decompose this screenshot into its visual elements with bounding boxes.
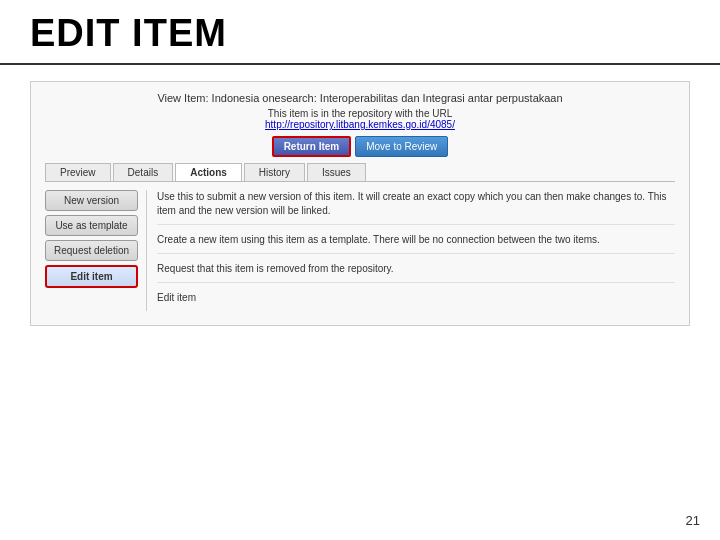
use-as-template-button[interactable]: Use as template [45, 215, 138, 236]
item-url-link[interactable]: http://repository.litbang.kemkes.go.id/4… [265, 119, 455, 130]
use-as-template-description: Create a new item using this item as a t… [157, 233, 675, 254]
actions-buttons: New version Use as template Request dele… [45, 190, 146, 311]
page-number: 21 [686, 513, 700, 528]
page-header: EDIT ITEM [0, 0, 720, 65]
item-panel: View Item: Indonesia onesearch: Interope… [30, 81, 690, 326]
edit-item-button[interactable]: Edit item [45, 265, 138, 288]
actions-area: New version Use as template Request dele… [45, 190, 675, 311]
tab-preview[interactable]: Preview [45, 163, 111, 181]
item-view-title: View Item: Indonesia onesearch: Interope… [45, 92, 675, 104]
item-url: This item is in the repository with the … [45, 108, 675, 130]
move-to-review-button[interactable]: Move to Review [355, 136, 448, 157]
request-deletion-description: Request that this item is removed from t… [157, 262, 675, 283]
tab-details[interactable]: Details [113, 163, 174, 181]
request-deletion-button[interactable]: Request deletion [45, 240, 138, 261]
tabs-row: Preview Details Actions History Issues [45, 163, 675, 182]
page-title: EDIT ITEM [30, 12, 690, 55]
content-area: View Item: Indonesia onesearch: Interope… [0, 81, 720, 326]
tab-actions[interactable]: Actions [175, 163, 242, 181]
actions-descriptions: Use this to submit a new version of this… [146, 190, 675, 311]
new-version-description: Use this to submit a new version of this… [157, 190, 675, 225]
url-prefix-label: This item is in the repository with the … [268, 108, 453, 119]
new-version-button[interactable]: New version [45, 190, 138, 211]
top-actions: Return Item Move to Review [45, 136, 675, 157]
tab-issues[interactable]: Issues [307, 163, 366, 181]
tab-history[interactable]: History [244, 163, 305, 181]
return-item-button[interactable]: Return Item [272, 136, 352, 157]
edit-item-description: Edit item [157, 291, 675, 311]
